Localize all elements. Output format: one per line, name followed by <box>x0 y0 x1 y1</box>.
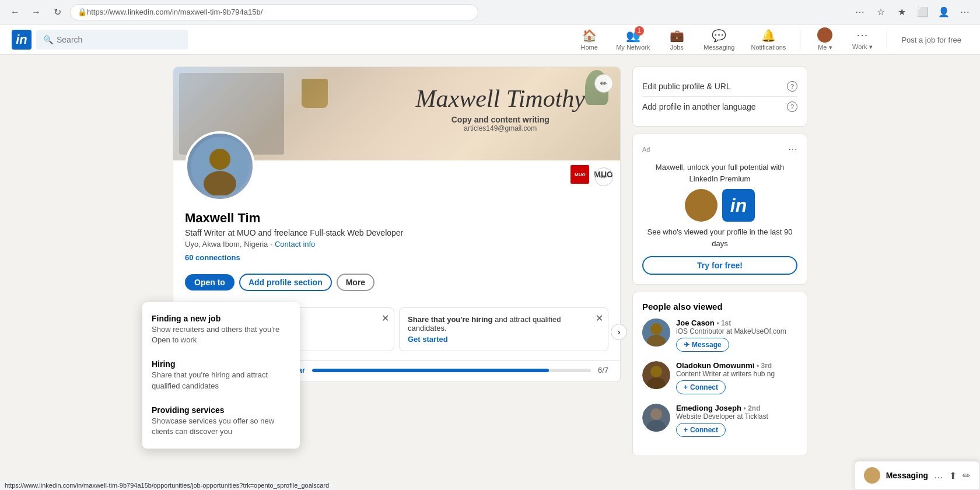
ad-icons-row: in <box>642 189 797 222</box>
edit-public-profile-link[interactable]: Edit public profile & URL ? <box>642 76 797 96</box>
search-box[interactable]: 🔍 <box>36 30 188 50</box>
nav-post-job[interactable]: Post a job for free <box>894 32 968 47</box>
open-to-card-2-text: Share that you're hiring and attract qua… <box>408 315 600 344</box>
person-2-connect-button[interactable]: + Connect <box>676 380 726 394</box>
nav-me[interactable]: Me ▾ <box>807 25 842 54</box>
contact-info-link[interactable]: Contact info <box>275 240 315 249</box>
open-to-button[interactable]: Open to <box>185 274 235 290</box>
more-button[interactable]: More <box>337 274 374 291</box>
profile-info-edit-button[interactable]: ✏ <box>594 167 613 186</box>
hiring-bold-text: Share that you're hiring <box>408 315 492 324</box>
jobs-icon: 💼 <box>670 29 684 43</box>
banner-name: Maxwell Timothy <box>416 85 585 113</box>
person-info-1: Joe Cason • 1st iOS Contributor at MakeU… <box>676 318 797 352</box>
person-1-message-button[interactable]: ✈ Message <box>676 338 729 352</box>
person-degree-2: • 3rd <box>757 362 772 370</box>
edit-profile-help-icon[interactable]: ? <box>787 81 797 92</box>
person-name-3: Emediong Joseph • 2nd <box>676 404 797 412</box>
search-input[interactable] <box>57 35 181 44</box>
open-to-dropdown-menu: Finding a new job Show recruiters and ot… <box>142 302 300 449</box>
nav-messaging[interactable]: 💬 Messaging <box>696 26 741 53</box>
nav-jobs[interactable]: 💼 Jobs <box>659 26 694 53</box>
left-column: Maxwell Timothy Copy and content writing… <box>173 66 621 456</box>
home-icon: 🏠 <box>582 29 597 43</box>
browser-right-actions: ⋯ ☆ ★ ⬜ 👤 ⋯ <box>852 4 973 20</box>
browser-back-button[interactable]: ← <box>7 4 23 20</box>
ad-user-avatar <box>685 189 718 222</box>
ad-header: Ad ⋯ <box>642 144 797 155</box>
dropdown-item-2-title: Hiring <box>152 359 290 369</box>
browser-refresh-button[interactable]: ↻ <box>49 4 65 20</box>
banner-email: articles149@gmail.com <box>416 124 585 132</box>
connect-icon-3: + <box>684 426 688 434</box>
person-3-connect-button[interactable]: + Connect <box>676 423 726 437</box>
dropdown-item-1-desc: Show recruiters and others that you're O… <box>152 324 290 345</box>
add-language-link[interactable]: Add profile in another language ? <box>642 96 797 117</box>
extensions-button[interactable]: ☆ <box>873 4 889 20</box>
profile-avatar-section: MUO MUO ✏ <box>173 160 620 211</box>
linkedin-logo[interactable]: in <box>12 30 32 50</box>
nav-notifications[interactable]: 🔔 Notifications <box>744 26 793 53</box>
dropdown-item-2-desc: Share that you're hiring and attract qua… <box>152 370 290 391</box>
ad-label: Ad <box>642 146 650 153</box>
add-profile-section-button[interactable]: Add profile section <box>239 274 332 291</box>
banner-decoration-coffee <box>302 79 328 108</box>
dropdown-item-3-title: Providing services <box>152 405 290 415</box>
new-tab-button[interactable]: ⬜ <box>915 4 931 20</box>
bookmark-button[interactable]: ★ <box>894 4 910 20</box>
dropdown-item-providing-services[interactable]: Providing services Showcase services you… <box>142 398 300 444</box>
person-degree-1: • 1st <box>716 319 731 327</box>
progress-bar-fill <box>312 369 549 372</box>
ad-card: Ad ⋯ Maxwell, unlock your full potential… <box>632 134 807 285</box>
url-text: https://www.linkedin.com/in/maxwell-tim-… <box>87 8 262 16</box>
profile-avatar <box>185 131 255 201</box>
location-text: Uyo, Akwa Ibom, Nigeria <box>185 240 268 249</box>
open-to-card-2: Share that you're hiring and attract qua… <box>399 307 608 351</box>
nav-my-network[interactable]: 👥 1 My Network <box>609 26 657 53</box>
svg-point-1 <box>209 149 230 170</box>
person-info-3: Emediong Joseph • 2nd Website Developer … <box>676 404 797 437</box>
messaging-avatar <box>864 467 880 468</box>
me-label: Me ▾ <box>818 44 832 51</box>
people-card-title: People also viewed <box>642 302 797 312</box>
ad-menu-button[interactable]: ⋯ <box>788 144 797 155</box>
progress-fraction: 6/7 <box>598 366 608 374</box>
right-column: Edit public profile & URL ? Add profile … <box>632 66 807 456</box>
search-icon: 🔍 <box>43 35 53 44</box>
notifications-icon: 🔔 <box>761 29 776 43</box>
person-name-2: Oladokun Omowunmi • 3rd <box>676 361 797 370</box>
progress-bar-background <box>312 369 591 372</box>
dropdown-item-finding-job[interactable]: Finding a new job Show recruiters and ot… <box>142 307 300 352</box>
address-bar[interactable]: 🔒 https://www.linkedin.com/in/maxwell-ti… <box>70 4 478 20</box>
person-info-2: Oladokun Omowunmi • 3rd Content Writer a… <box>676 361 797 394</box>
connect-icon-2: + <box>684 383 688 391</box>
try-free-button[interactable]: Try for free! <box>642 256 797 275</box>
network-label: My Network <box>616 44 650 51</box>
banner-edit-button[interactable]: ✏ <box>594 74 613 93</box>
more-button[interactable]: ⋯ <box>957 4 973 20</box>
browser-forward-button[interactable]: → <box>28 4 44 20</box>
person-headline-3: Website Developer at Ticklast <box>676 412 797 421</box>
network-icon: 👥 1 <box>626 29 640 43</box>
muo-logo: MUO <box>570 165 589 184</box>
profile-icon-button[interactable]: ⋯ <box>852 4 868 20</box>
nav-work[interactable]: ⋯ Work ▾ <box>845 26 880 53</box>
profile-location: Uyo, Akwa Ibom, Nigeria · Contact info <box>185 240 608 249</box>
person-item-3: Emediong Joseph • 2nd Website Developer … <box>642 404 797 437</box>
account-button[interactable]: 👤 <box>936 4 952 20</box>
get-started-link[interactable]: Get started <box>408 335 600 344</box>
work-label: Work ▾ <box>852 43 873 51</box>
people-also-viewed-card: People also viewed Joe Cason • 1st iOS C… <box>632 292 807 456</box>
messaging-bar[interactable]: Messaging … ⬆ ✏ <box>854 461 980 468</box>
add-language-text: Add profile in another language <box>642 102 756 111</box>
messaging-icon: 💬 <box>712 29 726 43</box>
cards-arrow-button[interactable]: › <box>611 324 627 340</box>
svg-point-2 <box>204 171 236 195</box>
connections-link[interactable]: 60 connections <box>185 253 240 262</box>
open-to-card-2-close[interactable]: ✕ <box>596 313 603 324</box>
nav-divider <box>800 31 800 48</box>
dropdown-item-hiring[interactable]: Hiring Share that you're hiring and attr… <box>142 352 300 398</box>
nav-home[interactable]: 🏠 Home <box>572 26 607 53</box>
add-language-help-icon[interactable]: ? <box>787 102 797 112</box>
open-to-card-1-close[interactable]: ✕ <box>382 313 389 324</box>
